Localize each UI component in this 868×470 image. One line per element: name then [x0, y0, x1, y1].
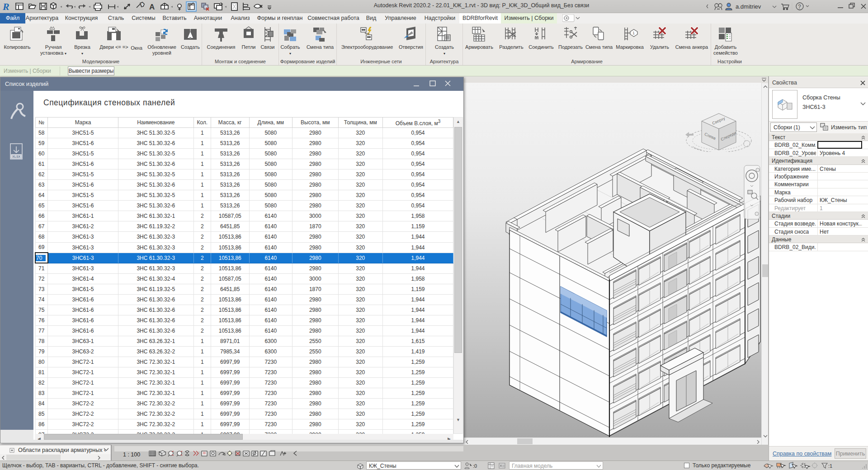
svg-text::1: :1 — [828, 463, 832, 469]
svg-text:1: 1 — [632, 31, 635, 35]
svg-text:XLSX: XLSX — [12, 155, 21, 158]
svg-text::0: :0 — [473, 463, 477, 469]
